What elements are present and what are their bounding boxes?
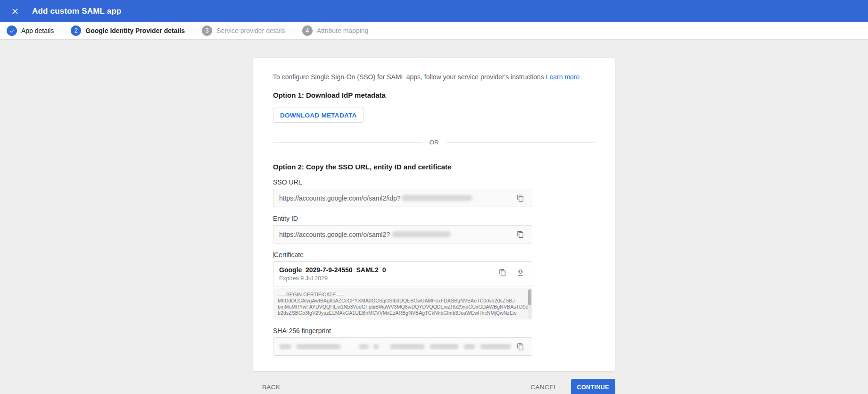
redacted-value	[480, 344, 511, 350]
step-label: Attribute mapping	[317, 27, 369, 34]
redacted-value	[430, 344, 459, 350]
dialog-title: Add custom SAML app	[32, 7, 122, 16]
cancel-button[interactable]: CANCEL	[524, 379, 564, 394]
certificate-label-text: Certificate	[274, 251, 304, 259]
option2-heading: Option 2: Copy the SSO URL, entity ID an…	[273, 163, 595, 171]
sso-url-value: https://accounts.google.com/o/saml2/idp?	[279, 194, 401, 202]
sso-url-label: SSO URL	[273, 178, 595, 186]
download-icon[interactable]	[515, 267, 526, 278]
copy-icon-glyph	[517, 343, 524, 351]
redacted-value	[390, 344, 425, 350]
step-number-badge: 2	[71, 25, 81, 36]
step-number-badge: 3	[202, 25, 212, 36]
step-connector	[290, 31, 298, 31]
download-icon-glyph	[517, 269, 524, 277]
scrollbar-thumb[interactable]	[528, 289, 531, 305]
step-app-details[interactable]: App details	[7, 25, 54, 36]
copy-icon[interactable]	[515, 341, 526, 352]
redacted-value	[279, 344, 291, 350]
certificate-info: Google_2029-7-9-24550_SAML2_0 Expires 9 …	[279, 266, 386, 282]
redacted-fingerprint	[279, 344, 515, 350]
close-icon[interactable]	[8, 5, 22, 18]
entity-id-label: Entity ID	[273, 215, 595, 222]
sha256-field[interactable]	[273, 337, 532, 356]
dialog-header: Add custom SAML app	[0, 0, 868, 22]
copy-icon[interactable]	[515, 193, 526, 204]
copy-icon[interactable]	[515, 229, 526, 240]
step-completed-check-icon	[7, 25, 17, 36]
step-google-idp-details[interactable]: 2 Google Identity Provider details	[71, 25, 185, 36]
pem-line: MIIDdDCCAlygAwIBAgIGAZCcCPYXMA0GCSqGSIb3…	[278, 298, 524, 304]
text-caret	[273, 251, 273, 258]
redacted-value	[373, 344, 379, 350]
scrollbar-track[interactable]	[528, 289, 532, 319]
or-divider: OR	[273, 139, 595, 146]
continue-button[interactable]: CONTINUE	[571, 379, 615, 394]
redacted-value	[463, 344, 475, 350]
wizard-footer: BACK CANCEL CONTINUE	[253, 379, 615, 394]
sso-url-field[interactable]: https://accounts.google.com/o/saml2/idp?	[273, 189, 532, 207]
footer-right-actions: CANCEL CONTINUE	[524, 379, 615, 394]
redacted-value	[359, 344, 369, 350]
redacted-value	[296, 344, 341, 350]
step-number-badge: 4	[302, 25, 313, 36]
back-button[interactable]: BACK	[259, 379, 287, 394]
step-label: App details	[21, 27, 54, 34]
copy-icon-glyph	[517, 231, 524, 238]
pem-line: bmMuMRYwFAYDVQQHEw1Nb3VudGFpbiBWaWV3MQ8w…	[278, 304, 524, 310]
divider-line	[446, 142, 595, 143]
main-content: To configure Single Sign-On (SSO) for SA…	[0, 40, 868, 394]
certificate-pem-viewer[interactable]: -----BEGIN CERTIFICATE----- MIIDdDCCAlyg…	[273, 288, 532, 319]
step-connector	[190, 31, 197, 31]
redacted-value	[402, 195, 472, 201]
pem-line: -----BEGIN CERTIFICATE-----	[278, 292, 524, 298]
learn-more-link[interactable]: Learn more	[546, 73, 580, 81]
certificate-actions	[497, 266, 526, 282]
divider-label: OR	[429, 139, 438, 146]
intro-text-body: To configure Single Sign-On (SSO) for SA…	[273, 73, 544, 81]
step-label: Service provider details	[216, 27, 285, 34]
step-connector	[58, 31, 66, 31]
wizard-stepper: App details 2 Google Identity Provider d…	[0, 22, 868, 40]
certificate-name: Google_2029-7-9-24550_SAML2_0	[279, 266, 386, 274]
step-service-provider-details: 3 Service provider details	[202, 25, 285, 36]
pem-line: b2dsZSBGb3IgV29yazELMAkGA1UEBhMCVVMxEzAR…	[278, 310, 524, 316]
entity-id-value: https://accounts.google.com/o/saml2?	[279, 231, 390, 238]
idp-details-card: To configure Single Sign-On (SSO) for SA…	[253, 58, 615, 371]
sha256-label: SHA-256 fingerprint	[273, 327, 595, 335]
entity-id-field[interactable]: https://accounts.google.com/o/saml2?	[273, 225, 532, 243]
copy-icon[interactable]	[497, 267, 508, 278]
copy-icon-glyph	[499, 269, 506, 277]
copy-icon-glyph	[517, 194, 524, 202]
option1-heading: Option 1: Download IdP metadata	[273, 91, 595, 99]
intro-text: To configure Single Sign-On (SSO) for SA…	[273, 73, 595, 81]
certificate-label: Certificate	[273, 251, 595, 259]
close-icon-glyph	[10, 7, 20, 16]
step-label: Google Identity Provider details	[85, 27, 185, 34]
certificate-expiry: Expires 9 Jul 2029	[279, 275, 386, 282]
redacted-value	[392, 231, 451, 237]
download-metadata-button[interactable]: DOWNLOAD METADATA	[273, 108, 364, 123]
divider-line	[273, 142, 422, 143]
certificate-card[interactable]: Google_2029-7-9-24550_SAML2_0 Expires 9 …	[273, 261, 532, 286]
step-attribute-mapping: 4 Attribute mapping	[302, 25, 369, 36]
